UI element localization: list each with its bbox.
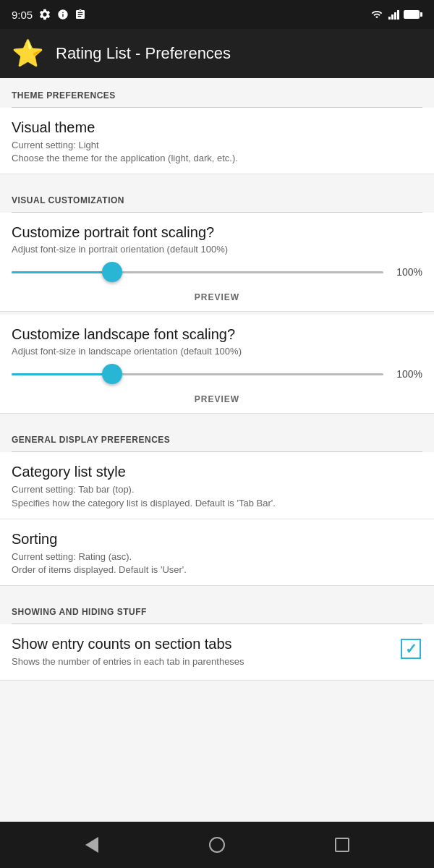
navigation-bar — [0, 822, 434, 868]
landscape-slider-thumb[interactable] — [102, 364, 122, 384]
nav-back-button[interactable] — [77, 830, 106, 859]
battery-icon — [404, 10, 422, 19]
landscape-track-fill — [12, 373, 112, 375]
app-icon: ⭐ — [12, 38, 44, 69]
status-bar-right — [370, 9, 422, 20]
general-display-section-header: GENERAL DISPLAY PREFERENCES — [0, 422, 434, 451]
portrait-preview-label: PREVIEW — [12, 286, 422, 305]
sorting-title: Sorting — [12, 531, 422, 548]
status-bar-left: 9:05 — [12, 8, 86, 21]
show-entry-counts-item[interactable]: Show entry counts on section tabs Shows … — [0, 624, 434, 681]
landscape-slider-value: 100% — [392, 368, 422, 380]
gap-1 — [0, 174, 434, 183]
nav-recent-button[interactable] — [328, 830, 357, 859]
sorting-current: Current setting: Rating (asc). — [12, 550, 422, 563]
show-entry-counts-desc: Shows the number of entries in each tab … — [12, 655, 389, 668]
portrait-slider-track[interactable] — [12, 263, 383, 281]
portrait-slider-row: 100% — [12, 263, 422, 281]
home-icon — [209, 837, 225, 853]
visual-customization-section-header: VISUAL CUSTOMIZATION — [0, 183, 434, 212]
signal-icon — [388, 9, 399, 20]
sorting-item[interactable]: Sorting Current setting: Rating (asc). O… — [0, 519, 434, 586]
visual-customization-label: VISUAL CUSTOMIZATION — [12, 195, 124, 205]
back-icon — [85, 837, 98, 853]
visual-theme-desc: Choose the theme for the application (li… — [12, 152, 422, 165]
landscape-slider-title: Customize landscape font scaling? — [12, 326, 422, 343]
category-list-current: Current setting: Tab bar (top). — [12, 483, 422, 496]
recent-icon — [335, 838, 349, 852]
gap-2 — [0, 414, 434, 422]
portrait-font-scaling-item: Customize portrait font scaling? Adjust … — [0, 213, 434, 312]
category-list-title: Category list style — [12, 464, 422, 480]
show-entry-counts-checkbox[interactable]: ✓ — [401, 639, 422, 660]
show-entry-counts-title: Show entry counts on section tabs — [12, 636, 389, 652]
show-entry-counts-text: Show entry counts on section tabs Shows … — [12, 636, 389, 668]
app-toolbar: ⭐ Rating List - Preferences — [0, 29, 434, 78]
content-area: THEME PREFERENCES Visual theme Current s… — [0, 78, 434, 822]
clipboard-icon — [75, 9, 86, 20]
showing-hiding-label: SHOWING AND HIDING STUFF — [12, 607, 147, 617]
landscape-slider-track[interactable] — [12, 365, 383, 383]
sorting-desc: Order of items displayed. Default is 'Us… — [12, 563, 422, 576]
portrait-slider-title: Customize portrait font scaling? — [12, 224, 422, 241]
landscape-font-scaling-item: Customize landscape font scaling? Adjust… — [0, 315, 434, 414]
landscape-slider-row: 100% — [12, 365, 422, 383]
category-list-style-item[interactable]: Category list style Current setting: Tab… — [0, 452, 434, 519]
checkbox-checkmark: ✓ — [405, 640, 417, 658]
status-time: 9:05 — [12, 9, 33, 21]
settings-icon — [38, 8, 51, 21]
accessibility-icon — [57, 9, 69, 20]
visual-theme-current: Current setting: Light — [12, 139, 422, 152]
category-list-desc: Specifies how the category list is displ… — [12, 497, 422, 510]
visual-theme-item[interactable]: Visual theme Current setting: Light Choo… — [0, 108, 434, 174]
status-bar: 9:05 — [0, 0, 434, 29]
visual-theme-title: Visual theme — [12, 119, 422, 136]
theme-preferences-label: THEME PREFERENCES — [12, 90, 116, 101]
general-display-label: GENERAL DISPLAY PREFERENCES — [12, 435, 170, 445]
landscape-slider-desc: Adjust font-size in landscape orientatio… — [12, 346, 422, 357]
nav-home-button[interactable] — [203, 830, 231, 859]
portrait-slider-desc: Adjust font-size in portrait orientation… — [12, 244, 422, 255]
gap-3 — [0, 586, 434, 595]
theme-preferences-section-header: THEME PREFERENCES — [0, 78, 434, 107]
portrait-slider-thumb[interactable] — [102, 262, 122, 282]
portrait-track-fill — [12, 271, 112, 273]
checkbox-box: ✓ — [401, 639, 421, 659]
landscape-preview-label: PREVIEW — [12, 388, 422, 407]
wifi-icon — [370, 9, 384, 20]
showing-hiding-section-header: SHOWING AND HIDING STUFF — [0, 595, 434, 624]
portrait-slider-value: 100% — [392, 266, 422, 278]
page-title: Rating List - Preferences — [56, 44, 231, 63]
